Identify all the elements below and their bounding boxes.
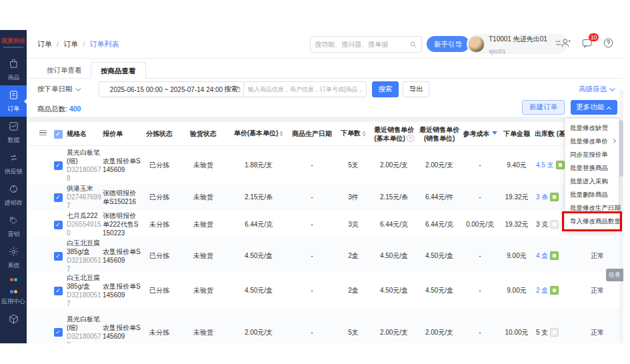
new-order-button[interactable]: 新建订单: [522, 100, 565, 115]
menu-item-sync-to-quotation[interactable]: 同步至报价单: [565, 148, 619, 161]
total-count: 商品总数:400: [37, 105, 81, 114]
messages-icon[interactable]: 10: [581, 37, 593, 49]
header-spec-name: 规格名: [67, 129, 103, 138]
row-checkbox[interactable]: ✓: [54, 287, 63, 295]
edit-outbound-icon[interactable]: [550, 220, 559, 229]
edit-outbound-icon[interactable]: [550, 193, 559, 201]
bag-icon: [8, 58, 19, 72]
chevron-up-icon: [607, 107, 611, 111]
header-unit-price: 单价(基本单位): [229, 129, 288, 139]
menu-item-batch-modify-price[interactable]: 批量修改单价: [565, 135, 619, 148]
row-checkbox[interactable]: ✓: [54, 252, 63, 261]
breadcrumb: 订单 / 订单 / 订单列表: [37, 39, 119, 49]
sidebar-item-inventory[interactable]: 进销存: [0, 179, 27, 211]
breadcrumb-orders[interactable]: 订单: [37, 40, 52, 48]
edit-outbound-icon[interactable]: [550, 328, 559, 337]
table-search-box: [243, 81, 367, 97]
sidebar-logo: 观麦科技: [0, 30, 27, 54]
beginner-guide-button[interactable]: 新手引导: [427, 36, 469, 52]
menu-item-batch-to-purchase[interactable]: 批量进入采购: [565, 175, 619, 188]
table-body: ✓ 晨光白板笔(细)D321800578 农垦报价单S145609 已分拣 未验…: [27, 146, 623, 343]
export-button[interactable]: 导出: [403, 81, 429, 97]
summary-row: 商品总数:400 新建订单 更多功能: [27, 100, 623, 117]
table-row: ✓ 供港玉米D274676997 张德明报价单S150216 已分拣 未验货 2…: [27, 184, 623, 210]
filters-panel: 按订单查看 按商品查看 按下单日期 2025-06-15 00:00 ~ 202…: [27, 59, 623, 117]
contacts-icon[interactable]: [560, 37, 571, 49]
sidebar-item-products[interactable]: 商品: [0, 54, 27, 85]
sidebar-item-app-center[interactable]: 应用中心: [0, 273, 27, 305]
header-quotation: 报价单: [103, 129, 141, 138]
supply-arrows-icon: [8, 152, 19, 166]
sidebar-item-extra[interactable]: [0, 305, 27, 336]
header-sorting-status: 分拣状态: [141, 129, 177, 138]
apps-dots-icon: [9, 272, 17, 296]
menu-item-import-modify-quantity[interactable]: 导入修改商品数量: [565, 215, 619, 228]
user-account-area[interactable]: T10001 先进先出01 xjxc01: [467, 34, 568, 54]
view-tabbar: 按订单查看 按商品查看: [27, 59, 623, 79]
brand-name: 观麦科技: [1, 37, 25, 45]
header-order-qty: 下单数: [336, 129, 371, 139]
date-type-select[interactable]: 按下单日期: [37, 85, 79, 94]
help-tooltip-icon[interactable]: ?: [407, 135, 414, 142]
menu-item-batch-delete-product[interactable]: 批量删除商品: [565, 188, 619, 201]
select-all-checkbox[interactable]: ✓: [54, 130, 63, 139]
submenu-arrow-icon: [611, 139, 616, 143]
edit-outbound-icon[interactable]: [550, 286, 559, 295]
help-icon[interactable]: [603, 37, 614, 49]
menu-item-batch-modify-production-date[interactable]: 批量修改生产日期: [565, 201, 619, 215]
sidebar-nav: 商品 订单 数据 供应链 进销存 营销: [0, 54, 27, 336]
sidebar-item-orders[interactable]: 订单: [0, 85, 27, 117]
breadcrumb-order-list: 订单列表: [89, 40, 119, 48]
menu-item-batch-modify-shortage[interactable]: 批量修改缺货: [565, 121, 619, 135]
table-row: ✓ 晨光白板笔(细)D321800578 农垦报价单S145609 已分拣 未验…: [27, 146, 623, 184]
column-settings-icon[interactable]: [39, 129, 47, 137]
breadcrumb-orders-2[interactable]: 订单: [63, 40, 78, 48]
app-window: 观麦科技 商品 订单 数据 供应链 进销存: [0, 30, 623, 343]
menu-item-batch-replace-product[interactable]: 批量替换商品: [565, 161, 619, 175]
global-search-box: [310, 36, 422, 53]
advanced-filter-link[interactable]: 高级筛选: [579, 85, 613, 94]
breadcrumb-separator: /: [83, 40, 85, 48]
row-checkbox[interactable]: ✓: [54, 328, 63, 337]
table-search-input[interactable]: [244, 82, 366, 97]
scrollbar-thumb[interactable]: [619, 120, 623, 177]
sidebar-item-supply-chain[interactable]: 供应链: [0, 148, 27, 179]
edit-outbound-icon[interactable]: [550, 251, 559, 260]
more-functions-menu: 批量修改缺货 批量修改单价 同步至报价单 批量替换商品 批量进入采购 批量删除商…: [565, 118, 619, 231]
table-row: ✓ 白玉北豆腐385g/盒D321800517 农垦报价单S145609 已分拣…: [27, 239, 623, 273]
tab-by-product[interactable]: 按商品查看: [91, 62, 146, 79]
global-search-input[interactable]: [311, 41, 409, 48]
sidebar-item-data[interactable]: 数据: [0, 117, 27, 148]
sidebar-item-system[interactable]: 系统: [0, 242, 27, 273]
more-functions-button[interactable]: 更多功能: [571, 100, 617, 115]
order-doc-icon: [8, 89, 19, 103]
message-count-badge: 10: [589, 33, 599, 41]
tag-icon: [8, 215, 19, 229]
breadcrumb-separator: /: [57, 40, 59, 48]
row-checkbox[interactable]: ✓: [54, 221, 63, 229]
row-checkbox[interactable]: ✓: [54, 193, 63, 202]
search-button[interactable]: 搜索: [372, 81, 399, 97]
row-checkbox[interactable]: ✓: [54, 161, 63, 170]
header-order-amount: 下单金额: [499, 129, 535, 138]
sort-icon[interactable]: [362, 129, 366, 139]
products-table: ✓ 规格名 报价单 分拣状态 验货状态 单价(基本单位) 商品生产日期 下单数 …: [27, 122, 623, 343]
chevron-down-icon: [75, 85, 81, 91]
filter-triangle-icon[interactable]: [492, 131, 497, 137]
tab-by-order[interactable]: 按订单查看: [37, 62, 91, 79]
brand-subtext: [3, 47, 23, 48]
main-area: 订单 / 订单 / 订单列表 新手引导 T10001 先进先出01 xjxc01: [27, 30, 623, 343]
cube-icon: [8, 313, 19, 327]
topbar: 订单 / 订单 / 订单列表 新手引导 T10001 先进先出01 xjxc01: [27, 30, 623, 59]
table-row: ✓ 七月瓜222D265549150 张德明报价单222代售S150223 未分…: [27, 210, 623, 239]
table-row: ✓ 白玉北豆腐385g/盒D321800517 农垦报价单S145609 已分拣…: [27, 273, 623, 308]
inventory-cycle-icon: [8, 183, 19, 197]
sidebar-item-marketing[interactable]: 营销: [0, 211, 27, 242]
header-recent-price-base: 最近销售单价 (基本单位)?: [371, 125, 417, 143]
filter-row: 按下单日期 2025-06-15 00:00 ~ 2025-07-14 24:0…: [27, 79, 623, 100]
edit-outbound-icon[interactable]: [556, 161, 565, 169]
user-account-id: xjxc01: [489, 48, 506, 55]
task-side-tab[interactable]: 任务: [606, 269, 623, 281]
sort-icon[interactable]: [279, 129, 283, 139]
sidebar: 观麦科技 商品 订单 数据 供应链 进销存: [0, 30, 27, 343]
